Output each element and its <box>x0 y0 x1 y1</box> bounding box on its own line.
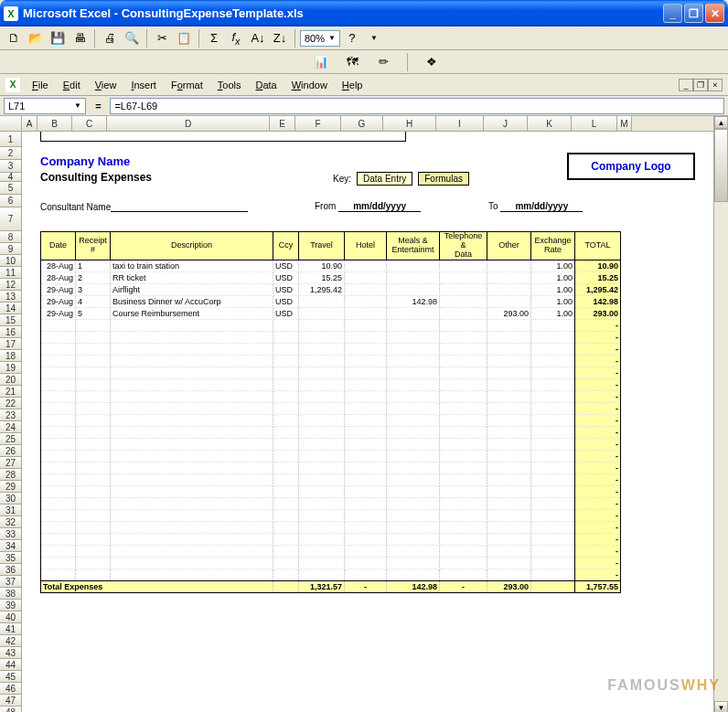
menu-view[interactable]: View <box>89 78 123 92</box>
row-header-42[interactable]: 42 <box>0 635 22 647</box>
col-header-F[interactable]: F <box>295 116 341 131</box>
row-header-18[interactable]: 18 <box>0 350 22 362</box>
sort-desc-icon[interactable]: Z↓ <box>270 28 290 48</box>
row-header-23[interactable]: 23 <box>0 409 22 421</box>
table-row[interactable]: - <box>41 509 621 521</box>
logo-placeholder[interactable]: Company Logo <box>567 153 695 180</box>
row-header-39[interactable]: 39 <box>0 600 22 611</box>
print-preview-icon[interactable]: 🖨 <box>100 28 120 48</box>
row-header-2[interactable]: 2 <box>0 147 22 160</box>
row-header-32[interactable]: 32 <box>0 516 22 528</box>
maximize-button[interactable]: ❐ <box>684 4 703 23</box>
table-row[interactable]: - <box>41 485 621 497</box>
table-header[interactable]: Description <box>111 232 273 260</box>
table-row[interactable]: - <box>41 390 621 402</box>
formula-input[interactable]: =L67-L69 <box>110 98 724 114</box>
open-icon[interactable]: 📂 <box>26 28 46 48</box>
table-row[interactable]: - <box>41 343 621 355</box>
row-header-43[interactable]: 43 <box>0 647 22 659</box>
vertical-scrollbar[interactable]: ▲ ▼ <box>713 116 728 712</box>
table-row[interactable]: - <box>41 378 621 390</box>
menu-tools[interactable]: Tools <box>211 78 248 92</box>
row-header-28[interactable]: 28 <box>0 469 22 481</box>
worksheet-grid[interactable]: ABCDEFGHIJKLM 12345678910111213141516171… <box>0 116 728 712</box>
mdi-close[interactable]: × <box>708 79 723 91</box>
table-row[interactable]: - <box>41 533 621 545</box>
row-header-30[interactable]: 30 <box>0 493 22 505</box>
row-header-1[interactable]: 1 <box>0 132 22 147</box>
table-row[interactable]: - <box>41 367 621 378</box>
table-row[interactable]: 29-Aug5Course ReimbursementUSD293.001.00… <box>41 307 621 319</box>
table-row[interactable]: - <box>41 426 621 438</box>
menu-insert[interactable]: Insert <box>124 78 163 92</box>
menu-data[interactable]: Data <box>249 78 283 92</box>
table-row[interactable]: - <box>41 473 621 485</box>
table-header[interactable]: Travel <box>299 232 345 260</box>
table-row[interactable]: - <box>41 414 621 426</box>
row-header-48[interactable]: 48 <box>0 707 22 712</box>
row-header-31[interactable]: 31 <box>0 505 22 516</box>
col-header-G[interactable]: G <box>341 116 383 131</box>
table-row[interactable]: - <box>41 521 621 533</box>
table-row[interactable]: - <box>41 402 621 414</box>
search-icon[interactable]: 🔍 <box>122 28 142 48</box>
table-row[interactable]: - <box>41 557 621 569</box>
dropdown-icon[interactable]: ▼ <box>364 28 384 48</box>
zoom-dropdown[interactable]: 80%▼ <box>300 30 340 47</box>
row-header-45[interactable]: 45 <box>0 671 22 683</box>
table-row[interactable]: - <box>41 545 621 557</box>
row-header-27[interactable]: 27 <box>0 457 22 469</box>
row-header-16[interactable]: 16 <box>0 326 22 338</box>
col-header-M[interactable]: M <box>617 116 632 131</box>
table-row[interactable]: - <box>41 497 621 509</box>
row-header-19[interactable]: 19 <box>0 362 22 374</box>
table-header[interactable]: TOTAL <box>575 232 621 260</box>
help-icon[interactable]: ? <box>342 28 362 48</box>
vscroll-down-icon[interactable]: ▼ <box>714 701 728 712</box>
row-header-33[interactable]: 33 <box>0 528 22 540</box>
col-header-C[interactable]: C <box>72 116 107 131</box>
table-row[interactable]: - <box>41 462 621 473</box>
consultant-name-field[interactable] <box>111 201 248 212</box>
sort-asc-icon[interactable]: A↓ <box>248 28 268 48</box>
col-header-D[interactable]: D <box>107 116 270 131</box>
row-header-40[interactable]: 40 <box>0 611 22 623</box>
col-header-H[interactable]: H <box>383 116 436 131</box>
table-header[interactable]: Telephone &Data <box>440 232 487 260</box>
menu-help[interactable]: Help <box>336 78 369 92</box>
table-header[interactable]: Ccy <box>273 232 299 260</box>
row-header-37[interactable]: 37 <box>0 576 22 588</box>
cut-icon[interactable]: ✂ <box>152 28 172 48</box>
cells-area[interactable]: Company Name Consulting Expenses Company… <box>22 132 713 712</box>
table-row[interactable]: 28-Aug1taxi to train stationUSD10.901.00… <box>41 260 621 271</box>
row-header-7[interactable]: 7 <box>0 207 22 231</box>
col-header-K[interactable]: K <box>528 116 572 131</box>
row-header-8[interactable]: 8 <box>0 231 22 243</box>
map-icon[interactable]: 🗺 <box>342 52 362 72</box>
vscroll-thumb[interactable] <box>714 129 728 202</box>
row-header-38[interactable]: 38 <box>0 588 22 600</box>
chart-icon[interactable]: 📊 <box>311 52 331 72</box>
function-icon[interactable]: fx <box>226 28 246 48</box>
menu-file[interactable]: File <box>26 78 55 92</box>
table-row[interactable]: 28-Aug2RR ticketUSD15.251.0015.25 <box>41 271 621 283</box>
table-row[interactable]: - <box>41 355 621 367</box>
row-header-36[interactable]: 36 <box>0 564 22 576</box>
table-row[interactable]: - <box>41 331 621 343</box>
col-header-J[interactable]: J <box>484 116 528 131</box>
row-header-34[interactable]: 34 <box>0 540 22 552</box>
row-header-14[interactable]: 14 <box>0 303 22 314</box>
table-row[interactable]: - <box>41 450 621 462</box>
select-all-corner[interactable] <box>0 116 22 132</box>
table-row[interactable]: 29-Aug3AirflightUSD1,295.421.001,295.42 <box>41 283 621 295</box>
column-headers[interactable]: ABCDEFGHIJKLM <box>22 116 713 132</box>
menu-window[interactable]: Window <box>285 78 334 92</box>
minimize-button[interactable]: _ <box>663 4 682 23</box>
row-header-3[interactable]: 3 <box>0 160 22 173</box>
row-header-6[interactable]: 6 <box>0 195 22 207</box>
menu-format[interactable]: Format <box>165 78 209 92</box>
menu-edit[interactable]: Edit <box>57 78 87 92</box>
table-header[interactable]: Other <box>487 232 531 260</box>
print-icon[interactable]: 🖶 <box>70 28 90 48</box>
table-row[interactable]: - <box>41 569 621 580</box>
